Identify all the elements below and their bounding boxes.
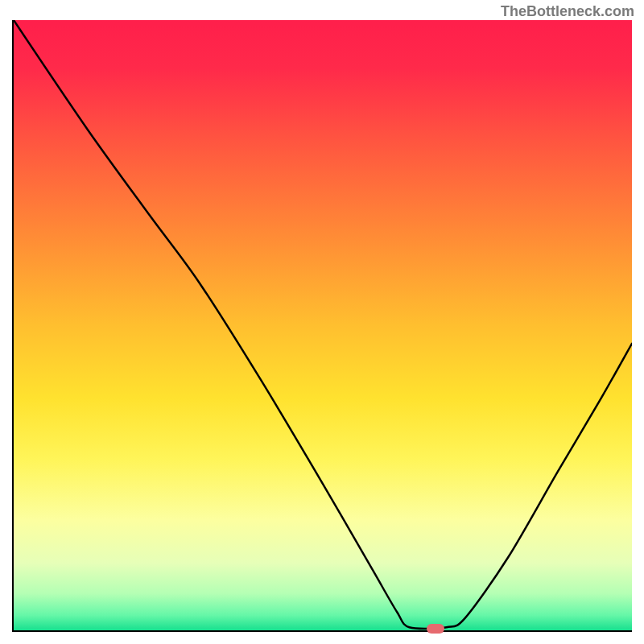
plot-area [12, 20, 632, 632]
curve-layer [14, 20, 632, 630]
chart-container: TheBottleneck.com [0, 0, 644, 644]
bottleneck-curve [14, 20, 632, 629]
optimal-marker [427, 624, 444, 634]
watermark-text: TheBottleneck.com [501, 3, 634, 20]
